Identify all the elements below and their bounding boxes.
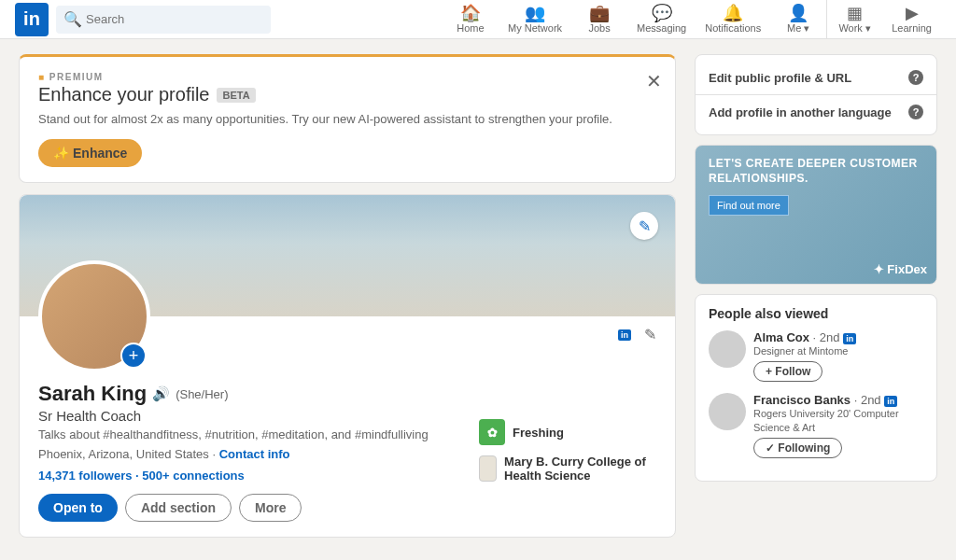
search-icon: 🔍 <box>63 10 82 28</box>
nav-me[interactable]: 👤Me ▾ <box>770 0 826 39</box>
chat-icon: 💬 <box>652 5 672 21</box>
company-logo-icon: ✿ <box>479 419 505 445</box>
edit-profile-button[interactable]: ✎ <box>644 326 656 343</box>
briefcase-icon: 💼 <box>589 5 610 21</box>
linkedin-logo[interactable]: in <box>15 3 49 36</box>
edit-public-profile-link[interactable]: Edit public profile & URL ? <box>709 66 923 89</box>
premium-label: PREMIUM <box>38 72 656 82</box>
more-button[interactable]: More <box>239 494 302 522</box>
avatar-icon: 👤 <box>788 5 808 21</box>
nav-home[interactable]: 🏠Home <box>443 0 499 39</box>
sparkle-icon: ✨ <box>53 146 69 161</box>
home-icon: 🏠 <box>460 5 481 21</box>
network-icon: 👥 <box>525 5 545 21</box>
school-logo-icon <box>479 455 497 482</box>
nav-messaging[interactable]: 💬Messaging <box>627 0 696 39</box>
nav-links: 🏠Home 👥My Network 💼Jobs 💬Messaging 🔔Noti… <box>443 0 941 39</box>
profile-card: ✎ + in ✎ Sarah King 🔊 (She/Her) Sr Healt… <box>19 194 676 538</box>
nav-network[interactable]: 👥My Network <box>499 0 571 39</box>
nav-jobs[interactable]: 💼Jobs <box>571 0 627 39</box>
education-item[interactable]: Mary B. Curry College of Health Science <box>479 455 656 483</box>
help-icon[interactable]: ? <box>908 70 923 85</box>
nav-learning[interactable]: ▶Learning <box>882 0 941 39</box>
ad-cta-button[interactable]: Find out more <box>709 195 789 216</box>
nav-notifications[interactable]: 🔔Notifications <box>696 0 770 39</box>
pav-subtitle: Designer at Mintome <box>753 344 856 357</box>
right-column: Edit public profile & URL ? Add profile … <box>695 54 937 538</box>
left-column: ✕ PREMIUM Enhance your profile BETA Stan… <box>19 54 676 538</box>
pav-item[interactable]: Francisco Banks · 2nd in Rogers Universi… <box>709 393 923 458</box>
search-box[interactable]: 🔍 <box>56 6 271 34</box>
edit-banner-button[interactable]: ✎ <box>630 212 658 240</box>
enhance-button[interactable]: ✨Enhance <box>38 139 142 167</box>
people-also-viewed: People also viewed Alma Cox · 2nd in Des… <box>695 294 937 482</box>
profile-actions: Open to Add section More <box>38 494 656 522</box>
open-to-button[interactable]: Open to <box>38 494 118 522</box>
main-content: ✕ PREMIUM Enhance your profile BETA Stan… <box>0 39 956 553</box>
learning-icon: ▶ <box>906 5 919 21</box>
followers-link[interactable]: 14,371 followers <box>38 469 132 483</box>
ad-headline: LET'S CREATE DEEPER CUSTOMER RELATIONSHI… <box>709 157 923 186</box>
nav-work[interactable]: ▦Work ▾ <box>826 0 882 39</box>
profile-banner: ✎ + <box>20 195 675 316</box>
linkedin-badge-icon[interactable]: in <box>618 329 631 341</box>
close-icon[interactable]: ✕ <box>646 70 662 92</box>
linkedin-badge-icon: in <box>884 396 897 407</box>
company-item[interactable]: ✿ Freshing <box>479 419 656 445</box>
public-profile-card: Edit public profile & URL ? Add profile … <box>695 54 937 135</box>
following-button[interactable]: ✓ Following <box>753 438 842 458</box>
profile-body: in ✎ Sarah King 🔊 (She/Her) Sr Health Co… <box>20 316 675 537</box>
speaker-icon[interactable]: 🔊 <box>152 385 170 402</box>
linkedin-badge-icon: in <box>843 333 856 344</box>
help-icon[interactable]: ? <box>908 105 923 119</box>
ad-brand: ✦ FixDex <box>874 262 927 276</box>
contact-info-link[interactable]: Contact info <box>219 447 290 461</box>
pav-avatar <box>709 393 746 430</box>
connections-link[interactable]: 500+ connections <box>142 469 244 483</box>
top-nav: in 🔍 🏠Home 👥My Network 💼Jobs 💬Messaging … <box>0 0 956 39</box>
bell-icon: 🔔 <box>723 5 743 21</box>
search-input[interactable] <box>86 12 263 26</box>
beta-badge: BETA <box>217 88 255 103</box>
premium-desc: Stand out for almost 2x as many opportun… <box>38 111 656 128</box>
profile-name: Sarah King 🔊 (She/Her) <box>38 382 656 406</box>
pav-avatar <box>709 330 746 368</box>
follow-button[interactable]: + Follow <box>753 361 822 382</box>
add-language-link[interactable]: Add profile in another language ? <box>709 101 923 123</box>
pav-title: People also viewed <box>709 306 923 321</box>
grid-icon: ▦ <box>847 5 863 21</box>
premium-title: Enhance your profile BETA <box>38 84 656 105</box>
pencil-icon: ✎ <box>639 217 651 235</box>
premium-banner: ✕ PREMIUM Enhance your profile BETA Stan… <box>19 54 676 183</box>
ad-banner[interactable]: LET'S CREATE DEEPER CUSTOMER RELATIONSHI… <box>695 145 937 285</box>
add-section-button[interactable]: Add section <box>125 494 232 522</box>
pronouns: (She/Her) <box>176 387 228 401</box>
pav-subtitle: Rogers University 20' Computer Science &… <box>753 407 923 434</box>
experience-summary: ✿ Freshing Mary B. Curry College of Heal… <box>479 419 656 492</box>
pav-item[interactable]: Alma Cox · 2nd in Designer at Mintome + … <box>709 330 923 382</box>
